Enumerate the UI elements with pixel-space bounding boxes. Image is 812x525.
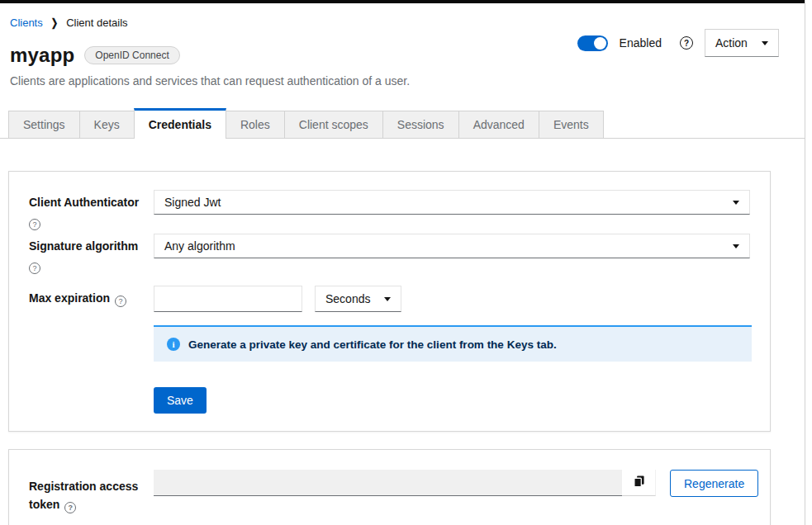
signature-algorithm-label: Signature algorithm (29, 239, 154, 253)
registration-token-help-icon[interactable]: ? (64, 502, 76, 513)
action-dropdown-label: Action (715, 36, 748, 50)
page-subtitle: Clients are applications and services th… (10, 74, 805, 88)
chevron-right-icon: ❯ (51, 17, 58, 28)
tab-client-scopes[interactable]: Client scopes (284, 111, 382, 138)
breadcrumb: Clients ❯ Client details (0, 3, 805, 29)
tab-sessions[interactable]: Sessions (382, 111, 458, 138)
signature-algorithm-select[interactable]: Any algorithm (154, 234, 750, 258)
enabled-help-icon[interactable]: ? (680, 36, 693, 50)
tab-advanced[interactable]: Advanced (458, 111, 539, 138)
page-header: myapp OpenID Connect Clients are applica… (0, 29, 805, 88)
registration-token-label-text: Registration access token (29, 480, 138, 511)
copy-button[interactable] (622, 470, 656, 496)
info-icon: i (167, 338, 180, 351)
save-row: Save (154, 387, 750, 414)
page: Clients ❯ Client details myapp OpenID Co… (0, 0, 805, 525)
max-expiration-input[interactable] (154, 286, 302, 312)
registration-token-card: Registration access token? Regenerate (8, 449, 771, 525)
save-button[interactable]: Save (154, 387, 207, 414)
info-alert: i Generate a private key and certificate… (154, 325, 752, 362)
caret-down-icon (762, 41, 768, 45)
copy-icon (633, 475, 645, 490)
info-alert-text: Generate a private key and certificate f… (188, 338, 557, 351)
page-title: myapp (10, 44, 74, 67)
tab-roles[interactable]: Roles (226, 111, 284, 138)
caret-down-icon (384, 297, 391, 301)
credentials-section: Client Authenticator ? Signed Jwt Signat… (0, 139, 805, 525)
enabled-label: Enabled (620, 36, 662, 50)
registration-token-row: Registration access token? Regenerate (29, 470, 750, 513)
registration-token-label: Registration access token? (29, 470, 154, 513)
tab-keys[interactable]: Keys (79, 111, 134, 138)
breadcrumb-link-clients[interactable]: Clients (10, 17, 43, 29)
tab-credentials[interactable]: Credentials (134, 108, 226, 139)
tab-bar: Settings Keys Credentials Roles Client s… (0, 108, 805, 139)
credentials-card: Client Authenticator ? Signed Jwt Signat… (8, 171, 771, 432)
client-authenticator-select[interactable]: Signed Jwt (154, 190, 750, 215)
tab-settings[interactable]: Settings (8, 111, 79, 138)
signature-algorithm-value: Any algorithm (164, 239, 235, 253)
client-authenticator-help-icon[interactable]: ? (29, 219, 40, 230)
breadcrumb-current: Client details (66, 17, 127, 29)
max-expiration-row: Max expiration? Seconds (29, 286, 750, 312)
enabled-toggle[interactable] (577, 35, 608, 51)
regenerate-button[interactable]: Regenerate (670, 470, 758, 497)
client-authenticator-value: Signed Jwt (164, 196, 221, 209)
caret-down-icon (733, 244, 739, 248)
header-controls: Enabled ? Action (577, 29, 779, 57)
client-authenticator-label: Client Authenticator (29, 196, 154, 209)
tab-events[interactable]: Events (539, 111, 604, 138)
max-expiration-help-icon[interactable]: ? (115, 296, 126, 307)
client-authenticator-row: Client Authenticator ? Signed Jwt (29, 190, 750, 230)
signature-algorithm-help-icon[interactable]: ? (29, 262, 40, 274)
registration-token-input-group (154, 470, 656, 496)
signature-algorithm-row: Signature algorithm ? Any algorithm (29, 234, 750, 274)
registration-token-input[interactable] (154, 470, 622, 496)
action-dropdown[interactable]: Action (705, 29, 779, 57)
alert-row: i Generate a private key and certificate… (154, 325, 750, 362)
max-expiration-unit-value: Seconds (325, 292, 370, 305)
caret-down-icon (733, 201, 739, 205)
max-expiration-unit-select[interactable]: Seconds (315, 286, 401, 312)
max-expiration-label: Max expiration (29, 291, 110, 305)
toggle-knob (594, 37, 606, 50)
protocol-badge: OpenID Connect (84, 46, 179, 64)
